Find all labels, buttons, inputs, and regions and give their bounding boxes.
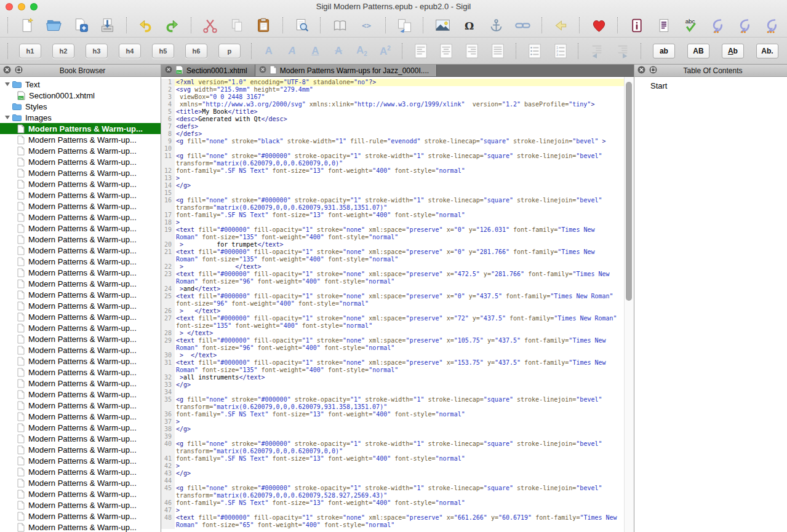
image-list-item[interactable]: Modern Patterns & Warm-up... — [0, 189, 161, 200]
toc-close-icon[interactable] — [637, 66, 645, 76]
image-list-item[interactable]: Modern Patterns & Warm-up... — [0, 466, 161, 477]
image-list-item[interactable]: Modern Patterns & Warm-up... — [0, 200, 161, 212]
code-text[interactable]: font-family=".SF NS Text" font-size="13"… — [175, 455, 634, 463]
title-bar[interactable]: Sigil Modern Patterns.epub - epub2.0 - S… — [0, 0, 787, 14]
back-icon[interactable] — [552, 15, 570, 35]
code-line-5[interactable]: 5<title>My Book</title> — [161, 108, 634, 116]
code-text[interactable]: font-family=".SF NS Text" font-size="13"… — [175, 167, 634, 175]
code-line-32[interactable]: 32 >all instruments</text> — [161, 374, 634, 381]
new-file-icon[interactable] — [18, 15, 36, 35]
code-line-7[interactable]: 7<defs> — [161, 123, 634, 130]
insert-anchor-icon[interactable] — [487, 15, 506, 35]
tree-folder-text[interactable]: Text — [0, 79, 161, 90]
code-text[interactable]: > — [175, 418, 634, 426]
code-text[interactable]: > — [175, 175, 634, 182]
code-line-11[interactable]: 11<g fill="none" stroke="#000000" stroke… — [161, 153, 634, 167]
code-text[interactable]: <g fill="none" stroke="black" stroke-wid… — [175, 138, 634, 145]
save-icon[interactable] — [98, 15, 117, 35]
code-line-26[interactable]: 26 > </text> — [161, 308, 634, 315]
code-line-4[interactable]: 4 xmlns="http://www.w3.org/2000/svg" xml… — [161, 101, 634, 108]
code-text[interactable]: </g> — [175, 426, 634, 433]
uppercase-button[interactable]: AB — [687, 44, 709, 58]
code-text[interactable]: </defs> — [175, 130, 634, 138]
image-list-item[interactable]: Modern Patterns & Warm-up... — [0, 167, 161, 178]
disclosure-triangle-icon[interactable] — [5, 82, 10, 86]
code-line-48[interactable]: 48<text fill="#000000" fill-opacity="1" … — [161, 514, 634, 529]
code-line-43[interactable]: 43</g> — [161, 470, 634, 477]
image-list-item[interactable]: Modern Patterns & Warm-up... — [0, 245, 161, 256]
lowercase-button[interactable]: ab — [653, 44, 675, 58]
book-browser-close-icon[interactable] — [3, 66, 11, 76]
titlecase-button[interactable]: Ab — [722, 44, 744, 58]
code-text[interactable]: >and</text> — [175, 285, 634, 293]
code-line-34[interactable]: 34 — [161, 389, 634, 396]
heading-h1-button[interactable]: h1 — [19, 44, 41, 58]
edit-toc-icon[interactable] — [655, 15, 673, 35]
find-replace-icon[interactable] — [293, 15, 311, 35]
toc-float-icon[interactable] — [649, 66, 657, 76]
code-text[interactable]: > </text> — [175, 352, 634, 359]
code-line-2[interactable]: 2<svg width="215.9mm" height="279.4mm" — [161, 86, 634, 93]
superscript-icon[interactable]: A2 — [377, 45, 394, 58]
image-list-item[interactable]: Modern Patterns & Warm-up... — [0, 400, 161, 411]
image-list-item[interactable]: Modern Patterns & Warm-up... — [0, 355, 161, 367]
code-text[interactable]: <title>My Book</title> — [175, 108, 634, 116]
image-list-item[interactable]: Modern Patterns & Warm-up... — [0, 433, 161, 444]
code-line-20[interactable]: 20 > for trumpet</text> — [161, 241, 634, 248]
code-text[interactable]: <desc>Generated with Qt</desc> — [175, 116, 634, 123]
numbered-list-icon[interactable]: 123 — [552, 42, 569, 60]
tab-modern-patterns[interactable]: Modern Patterns Warm-ups for Jazz_0000I.… — [255, 65, 437, 76]
copy-icon[interactable] — [228, 15, 246, 35]
code-text[interactable]: <text fill="#000000" fill-opacity="1" st… — [175, 293, 634, 308]
image-list-item[interactable]: Modern Patterns & Warm-up... — [0, 289, 161, 300]
code-line-30[interactable]: 30 > </text> — [161, 352, 634, 359]
minimize-window-button[interactable] — [18, 3, 25, 10]
align-right-icon[interactable] — [463, 42, 481, 60]
image-list-item[interactable]: Modern Patterns & Warm-up... — [0, 477, 161, 488]
code-text[interactable]: <g fill="none" stroke="#000000" stroke-o… — [175, 153, 634, 167]
image-list-item[interactable]: Modern Patterns & Warm-up... — [0, 444, 161, 455]
zoom-window-button[interactable] — [30, 3, 38, 10]
code-line-6[interactable]: 6<desc>Generated with Qt</desc> — [161, 116, 634, 123]
special-character-icon[interactable]: Ω — [460, 15, 479, 35]
heading-h5-button[interactable]: h5 — [152, 44, 174, 58]
image-list-item[interactable]: Modern Patterns & Warm-up... — [0, 156, 161, 167]
book-view-icon[interactable] — [330, 15, 349, 35]
code-line-28[interactable]: 28 > </text> — [161, 330, 634, 337]
italic-icon[interactable]: A — [284, 45, 301, 57]
code-text[interactable]: xmlns="http://www.w3.org/2000/svg" xmlns… — [175, 101, 634, 108]
code-text[interactable]: > </text> — [175, 263, 634, 271]
code-text[interactable] — [175, 389, 634, 396]
image-list-item[interactable]: Modern Patterns & Warm-up... — [0, 212, 161, 223]
code-text[interactable]: > </text> — [175, 308, 634, 315]
image-list-item[interactable]: Modern Patterns & Warm-up... — [0, 367, 161, 378]
code-text[interactable]: <g fill="none" stroke="#000000" stroke-o… — [175, 485, 634, 499]
tree-item-section0001[interactable]: Dw Section0001.xhtml — [0, 90, 161, 101]
image-list-item[interactable]: Modern Patterns & Warm-up... — [0, 123, 161, 134]
image-list-item[interactable]: Modern Patterns & Warm-up... — [0, 223, 161, 234]
book-browser-float-icon[interactable] — [15, 66, 23, 76]
code-line-29[interactable]: 29<text fill="#000000" fill-opacity="1" … — [161, 337, 634, 352]
code-text[interactable] — [175, 189, 634, 197]
image-list-item[interactable]: Modern Patterns & Warm-up... — [0, 422, 161, 433]
image-list-item[interactable]: Modern Patterns & Warm-up... — [0, 522, 161, 532]
editor-scrollbar[interactable] — [624, 77, 634, 532]
code-line-46[interactable]: 46font-family=".SF NS Text" font-size="1… — [161, 499, 634, 507]
code-text[interactable]: </g> — [175, 470, 634, 477]
plugin-1-icon[interactable] — [708, 15, 727, 35]
underline-icon[interactable]: A — [306, 45, 324, 57]
code-line-15[interactable]: 15 — [161, 189, 634, 197]
align-left-icon[interactable] — [412, 42, 429, 60]
image-list-item[interactable]: Modern Patterns & Warm-up... — [0, 389, 161, 400]
image-list-item[interactable]: Modern Patterns & Warm-up... — [0, 234, 161, 245]
image-list-item[interactable]: Modern Patterns & Warm-up... — [0, 344, 161, 355]
image-list-item[interactable]: Modern Patterns & Warm-up... — [0, 333, 161, 344]
outdent-icon[interactable] — [588, 42, 605, 60]
tree-folder-styles[interactable]: Styles — [0, 101, 161, 112]
align-justify-icon[interactable] — [489, 42, 506, 60]
heading-h2-button[interactable]: h2 — [52, 44, 74, 58]
image-list-item[interactable]: Modern Patterns & Warm-up... — [0, 256, 161, 267]
code-line-18[interactable]: 18> — [161, 219, 634, 226]
code-line-17[interactable]: 17font-family=".SF NS Text" font-size="1… — [161, 212, 634, 219]
strikethrough-icon[interactable]: A — [330, 45, 347, 57]
